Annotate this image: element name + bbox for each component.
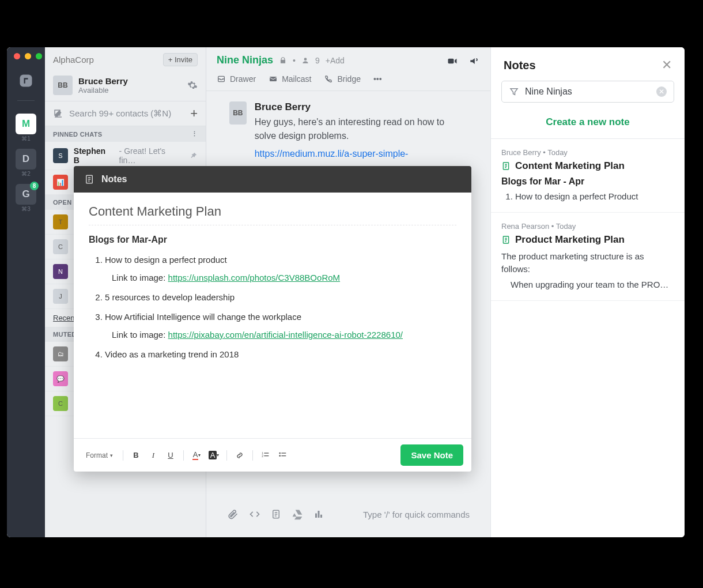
tab-bridge[interactable]: Bridge: [324, 74, 360, 84]
italic-button[interactable]: I: [146, 448, 160, 462]
format-dropdown[interactable]: Format▾: [82, 448, 117, 462]
highlight-button[interactable]: A▾: [207, 448, 221, 462]
note-link[interactable]: https://pixabay.com/en/artificial-intell…: [168, 330, 403, 340]
member-count: 9: [315, 56, 320, 65]
tab-more[interactable]: •••: [373, 74, 382, 84]
poll-icon[interactable]: [313, 509, 324, 519]
svg-rect-8: [320, 515, 322, 518]
editor-toolbar: Format▾ B I U A▾ A▾ 12 Save Note: [74, 438, 471, 472]
search-row[interactable]: Search 99+ contacts (⌘N) +: [45, 101, 206, 126]
note-link-line: Link to image: https://unsplash.com/phot…: [89, 273, 456, 282]
chat-preview: - Great! Let's fin…: [119, 146, 184, 165]
save-note-button[interactable]: Save Note: [400, 444, 463, 466]
svg-text:2: 2: [262, 454, 263, 457]
unordered-list-button[interactable]: [276, 448, 290, 462]
note-editor-body[interactable]: Content Marketing Plan Blogs for Mar-Apr…: [74, 193, 471, 438]
compose-icon[interactable]: [53, 108, 63, 119]
composer[interactable]: Type '/' for quick commands: [206, 497, 490, 537]
workspace-tile-g[interactable]: G8 ⌘3: [16, 184, 36, 212]
mail-icon: [269, 74, 278, 84]
pin-icon[interactable]: [190, 152, 198, 160]
app-logo-icon[interactable]: [16, 70, 36, 91]
notes-search-value: Nine Ninjas: [525, 86, 572, 97]
window-minimize[interactable]: [25, 53, 31, 59]
svg-rect-13: [264, 453, 269, 453]
workspace-kbd: ⌘3: [21, 206, 31, 212]
notes-search[interactable]: Nine Ninjas ✕: [501, 81, 674, 103]
members-icon: [301, 56, 309, 65]
phone-icon: [324, 74, 333, 84]
note-title: Product Marketing Plan: [515, 234, 625, 246]
avatar: BB: [229, 101, 247, 125]
note-meta: Bruce Berry • Today: [501, 148, 674, 157]
note-editor-header: Notes: [74, 166, 471, 193]
avatar: BB: [53, 76, 73, 95]
note-preview-line: How to design a perfect Product: [515, 190, 674, 203]
channel-title[interactable]: Nine Ninjas: [217, 54, 273, 66]
note-list-line: 5 resources to develop leadership: [105, 291, 456, 304]
note-list-line: Video as a marketing trend in 2018: [105, 348, 456, 361]
svg-rect-7: [318, 511, 320, 518]
note-list-item[interactable]: Bruce Berry • Today Content Marketing Pl…: [491, 139, 685, 213]
create-note-button[interactable]: Create a new note: [491, 111, 685, 139]
badge: 8: [30, 182, 39, 190]
window-traffic-lights: [14, 53, 42, 59]
note-preview-line: When upgrading your team to the PRO…: [501, 278, 674, 291]
invite-button[interactable]: + Invite: [163, 53, 198, 66]
svg-rect-19: [281, 455, 286, 456]
note-icon: [501, 235, 511, 244]
notes-panel-title: Notes: [504, 59, 536, 72]
code-icon[interactable]: [249, 508, 260, 520]
plus-icon[interactable]: +: [190, 106, 198, 121]
chat-name: Stephen B: [74, 146, 114, 165]
bold-button[interactable]: B: [129, 448, 143, 462]
text-color-button[interactable]: A▾: [190, 448, 203, 462]
close-icon[interactable]: ✕: [662, 58, 672, 73]
message-link[interactable]: https://medium.muz.li/a-super-simple-: [255, 149, 409, 159]
workspace-tile-m[interactable]: M ⌘1: [16, 114, 36, 142]
window-maximize[interactable]: [36, 53, 42, 59]
note-icon[interactable]: [271, 509, 281, 519]
svg-rect-2: [448, 59, 454, 63]
message-author: Bruce Berry: [255, 101, 467, 113]
add-member-button[interactable]: +Add: [326, 56, 345, 65]
note-link[interactable]: https://unsplash.com/photos/C3V88BOoRoM: [168, 273, 341, 282]
note-list-line: How to design a perfect product: [105, 253, 456, 267]
more-icon[interactable]: ⋮: [191, 130, 198, 138]
svg-rect-0: [20, 75, 32, 87]
clear-icon[interactable]: ✕: [656, 86, 667, 97]
workspace-kbd: ⌘1: [21, 135, 31, 142]
chat-message: BB Bruce Berry Hey guys, here's an inter…: [206, 91, 490, 169]
svg-point-18: [279, 455, 281, 457]
window-close[interactable]: [14, 53, 20, 59]
note-title: Content Marketing Plan: [515, 160, 625, 172]
note-icon: [501, 161, 511, 171]
user-name: Bruce Berry: [78, 76, 128, 86]
note-section-heading: Blogs for Mar-Apr: [89, 235, 456, 245]
svg-point-1: [304, 58, 307, 61]
ordered-list-button[interactable]: 12: [259, 448, 273, 462]
workspace-tile-d[interactable]: D ⌘2: [16, 149, 36, 177]
org-name: AlphaCorp: [53, 55, 94, 65]
svg-rect-15: [264, 455, 269, 456]
attach-icon[interactable]: [227, 508, 239, 520]
workspace-kbd: ⌘2: [21, 171, 31, 177]
video-icon[interactable]: [447, 55, 458, 67]
message-text: Hey guys, here's an interesting read on …: [255, 115, 467, 143]
tab-mailcast[interactable]: Mailcast: [269, 74, 311, 84]
note-icon: [84, 174, 95, 184]
gear-icon[interactable]: [187, 80, 198, 91]
drive-icon[interactable]: [292, 508, 303, 520]
tab-drawer[interactable]: Drawer: [217, 74, 256, 84]
drawer-icon: [217, 74, 226, 84]
link-button[interactable]: [233, 448, 247, 462]
current-user[interactable]: BB Bruce Berry Available: [45, 72, 206, 101]
svg-rect-4: [270, 77, 277, 81]
note-subtitle: Blogs for Mar - Apr: [501, 176, 674, 187]
note-title-input[interactable]: Content Marketing Plan: [89, 204, 456, 225]
speaker-icon[interactable]: [468, 55, 480, 67]
chat-header: Nine Ninjas • 9 +Add: [206, 47, 490, 70]
chat-tabs: Drawer Mailcast Bridge •••: [206, 70, 490, 91]
underline-button[interactable]: U: [164, 448, 177, 462]
note-list-item[interactable]: Rena Pearson • Today Product Marketing P…: [491, 213, 685, 301]
